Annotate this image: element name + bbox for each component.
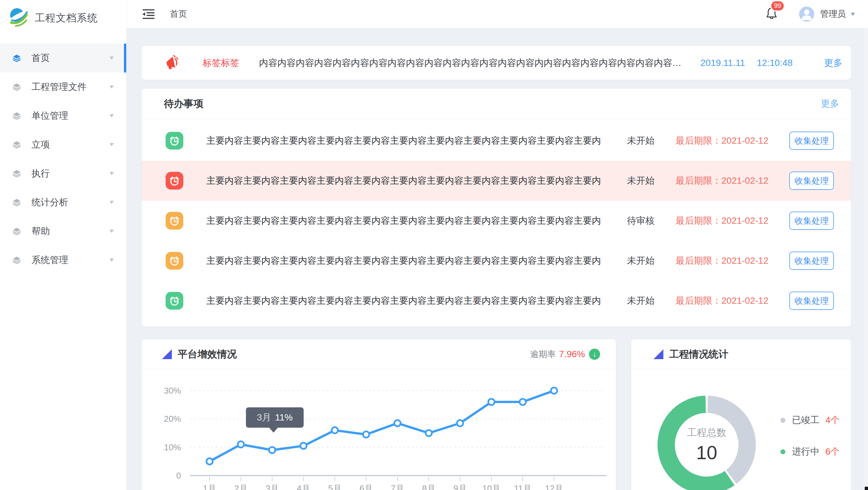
donut-center-label: 工程总数 xyxy=(687,426,726,439)
status-label: 未开始 xyxy=(627,134,656,147)
svg-text:3月: 3月 xyxy=(266,484,279,490)
svg-text:12月: 12月 xyxy=(545,484,563,490)
sidebar-item-label: 执行 xyxy=(31,167,50,180)
todo-row[interactable]: 主要内容主要内容主要内容主要内容主要内容主要内容主要内容主要内容主要内容主要内容… xyxy=(142,281,851,321)
collect-handle-button[interactable]: 收集处理 xyxy=(789,172,834,190)
sidebar-item-project-files[interactable]: 工程管理文件 ▼ xyxy=(0,72,126,101)
collect-handle-button[interactable]: 收集处理 xyxy=(789,251,834,270)
chevron-down-icon[interactable]: ▼ xyxy=(850,11,857,17)
chart-tooltip: 3月11% xyxy=(246,407,304,428)
sidebar-item-execution[interactable]: 执行 ▼ xyxy=(0,159,126,188)
sidebar-item-help[interactable]: 帮助 ▼ xyxy=(0,217,126,246)
line-chart: 010%20%30%1月2月3月4月5月6月7月8月9月10月11月12月3月1… xyxy=(142,369,616,490)
chevron-down-icon: ▼ xyxy=(108,113,115,119)
chevron-down-icon: ▼ xyxy=(108,170,115,177)
svg-text:20%: 20% xyxy=(164,414,181,424)
todo-card: 待办事项 更多 主要内容主要内容主要内容主要内容主要内容主要内容主要内容主要内容… xyxy=(142,89,851,327)
todo-text: 主要内容主要内容主要内容主要内容主要内容主要内容主要内容主要内容主要内容主要内容… xyxy=(206,295,601,307)
chevron-down-icon: ▼ xyxy=(108,84,115,90)
layers-icon xyxy=(12,256,21,264)
layers-icon xyxy=(12,198,21,207)
legend-item-in-progress: 进行中 6个 xyxy=(780,446,851,457)
overdue-stat: 逾期率 7.96% ↓ xyxy=(530,349,600,360)
announcement-time: 12:10:48 xyxy=(757,58,793,68)
page: { "app": { "title": "工程文档系统" }, "topbar"… xyxy=(0,0,868,490)
triangle-icon xyxy=(654,349,663,359)
todo-text: 主要内容主要内容主要内容主要内容主要内容主要内容主要内容主要内容主要内容主要内容… xyxy=(206,254,601,267)
todo-text: 主要内容主要内容主要内容主要内容主要内容主要内容主要内容主要内容主要内容主要内容… xyxy=(206,214,601,227)
sidebar-item-initiation[interactable]: 立项 ▼ xyxy=(0,130,126,159)
notification-bell[interactable]: 99 xyxy=(765,6,778,22)
svg-text:8月: 8月 xyxy=(422,484,435,490)
triangle-icon xyxy=(162,349,172,359)
svg-text:4月: 4月 xyxy=(297,484,310,490)
status-label: 待审核 xyxy=(627,214,656,227)
svg-text:5月: 5月 xyxy=(328,484,341,490)
sidebar-item-label: 首页 xyxy=(31,52,50,64)
scrollbar-track[interactable] xyxy=(864,28,868,490)
svg-text:11月: 11月 xyxy=(514,484,532,490)
announcement-date: 2019.11.11 xyxy=(701,58,745,68)
deadline-label: 最后期限：2021-02-12 xyxy=(676,175,774,187)
svg-text:9月: 9月 xyxy=(454,484,467,490)
donut-center-value: 10 xyxy=(696,441,717,463)
status-label: 未开始 xyxy=(627,295,656,307)
todo-row[interactable]: 主要内容主要内容主要内容主要内容主要内容主要内容主要内容主要内容主要内容主要内容… xyxy=(142,121,851,161)
project-stats-header: 工程情况统计 xyxy=(631,339,851,369)
sidebar: 工程文档系统 首页 ▼ 工程管理文件 ▼ 单位管理 ▼ 立项 ▼ 执行 ▼ xyxy=(0,0,127,490)
todo-row[interactable]: 主要内容主要内容主要内容主要内容主要内容主要内容主要内容主要内容主要内容主要内容… xyxy=(142,161,851,201)
legend-item-completed: 已竣工 4个 xyxy=(780,415,851,426)
sidebar-item-label: 立项 xyxy=(31,139,50,151)
alarm-clock-icon xyxy=(165,132,183,150)
todo-text: 主要内容主要内容主要内容主要内容主要内容主要内容主要内容主要内容主要内容主要内容… xyxy=(206,134,601,147)
chevron-down-icon: ▼ xyxy=(108,257,115,264)
deadline-label: 最后期限：2021-02-12 xyxy=(676,214,774,227)
svg-text:30%: 30% xyxy=(164,386,181,396)
sidebar-item-system-mgmt[interactable]: 系统管理 ▼ xyxy=(0,246,126,275)
project-stats-card: 工程情况统计 工程总数 10 已竣工 4个 进行中 6个 xyxy=(631,339,851,490)
alarm-clock-icon xyxy=(165,172,183,190)
todo-row[interactable]: 主要内容主要内容主要内容主要内容主要内容主要内容主要内容主要内容主要内容主要内容… xyxy=(142,201,851,241)
todo-list: 主要内容主要内容主要内容主要内容主要内容主要内容主要内容主要内容主要内容主要内容… xyxy=(142,119,851,321)
layers-icon xyxy=(12,54,21,62)
tooltip-value: 11% xyxy=(275,412,293,423)
layers-icon xyxy=(12,83,21,91)
svg-text:1月: 1月 xyxy=(203,484,216,490)
sidebar-item-statistics[interactable]: 统计分析 ▼ xyxy=(0,188,126,217)
project-stats-title: 工程情况统计 xyxy=(669,348,728,361)
layers-icon xyxy=(12,169,21,178)
announcement-tag: 标签标签 xyxy=(203,57,239,69)
svg-text:10月: 10月 xyxy=(483,484,500,490)
sidebar-item-unit-mgmt[interactable]: 单位管理 ▼ xyxy=(0,101,126,130)
chevron-down-icon: ▼ xyxy=(108,228,115,235)
status-label: 未开始 xyxy=(627,254,656,267)
svg-text:10%: 10% xyxy=(164,442,181,452)
todo-header: 待办事项 更多 xyxy=(142,89,851,119)
svg-text:2月: 2月 xyxy=(234,484,247,490)
svg-text:7月: 7月 xyxy=(391,484,404,490)
collect-handle-button[interactable]: 收集处理 xyxy=(789,212,834,230)
collapse-menu-icon[interactable] xyxy=(142,8,155,20)
collect-handle-button[interactable]: 收集处理 xyxy=(789,292,834,310)
user-name[interactable]: 管理员 xyxy=(820,8,846,20)
sidebar-item-label: 系统管理 xyxy=(31,254,68,266)
todo-title: 待办事项 xyxy=(164,97,203,111)
todo-row[interactable]: 主要内容主要内容主要内容主要内容主要内容主要内容主要内容主要内容主要内容主要内容… xyxy=(142,241,851,281)
sidebar-item-home[interactable]: 首页 ▼ xyxy=(0,43,126,72)
todo-more-link[interactable]: 更多 xyxy=(821,97,839,110)
announcement-more-link[interactable]: 更多 xyxy=(824,57,842,69)
notification-badge: 99 xyxy=(770,0,785,11)
donut-center: 工程总数 10 xyxy=(675,413,739,477)
alarm-clock-icon xyxy=(165,292,183,310)
avatar[interactable] xyxy=(799,6,814,22)
layers-icon xyxy=(12,112,21,120)
layers-icon xyxy=(12,141,21,149)
collect-handle-button[interactable]: 收集处理 xyxy=(789,131,834,150)
donut-legend: 已竣工 4个 进行中 6个 xyxy=(780,415,851,457)
donut-chart: 工程总数 10 xyxy=(657,396,756,490)
topbar-right: 99 管理员 ▼ xyxy=(765,6,868,22)
sidebar-item-label: 统计分析 xyxy=(31,196,68,209)
arrow-down-icon: ↓ xyxy=(589,349,600,360)
breadcrumb[interactable]: 首页 xyxy=(170,8,187,20)
announcement-content: 内容内容内容内容内容内容内容内容内容内容内容内容内容内容内容内内容内容内容内容内… xyxy=(259,57,687,69)
